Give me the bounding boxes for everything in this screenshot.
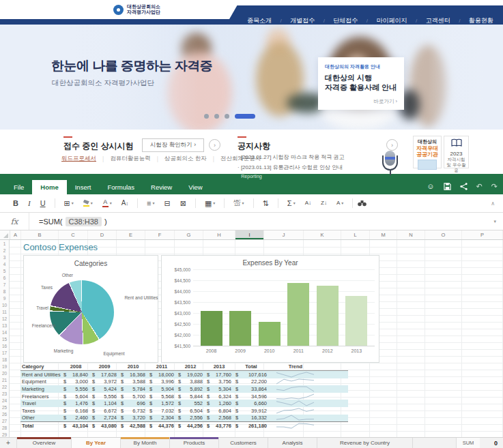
selected-range[interactable]: C38:H38 xyxy=(66,217,102,226)
row-header-27[interactable]: 27 xyxy=(0,417,9,424)
nav-item-2[interactable]: 개별접수 xyxy=(290,16,315,25)
alignment-button[interactable]: ≡▾ xyxy=(143,200,158,207)
column-header-F[interactable]: F xyxy=(145,230,175,239)
bar-2013[interactable] xyxy=(345,296,367,346)
save-icon[interactable] xyxy=(444,183,451,190)
table-row-other[interactable]: Other$2,460$2,724$3,720$2,304$2,556$2,56… xyxy=(20,415,348,422)
row-header-23[interactable]: 23 xyxy=(0,390,9,397)
categories-pie-chart[interactable] xyxy=(50,280,114,344)
row-header-24[interactable]: 24 xyxy=(0,397,9,404)
merge-cells-button[interactable]: ⊟ xyxy=(160,200,174,207)
font-size-button[interactable]: A↕ xyxy=(117,200,132,207)
check-exam-site-button[interactable]: 시험장 확인하기 › xyxy=(142,138,204,152)
select-all-corner[interactable] xyxy=(0,230,10,239)
column-header-C[interactable]: C xyxy=(59,230,88,239)
bar-chart-panel[interactable]: Expenses By Year $45,000$44,500$44,000$4… xyxy=(161,255,379,363)
hero-card-link[interactable]: 바로가기 › xyxy=(373,98,397,105)
nav-item-3[interactable]: 단체접수 xyxy=(333,16,358,25)
row-header-10[interactable]: 10 xyxy=(0,301,9,308)
column-header-M[interactable]: M xyxy=(370,230,397,239)
table-row-freelancers[interactable]: Freelancers$5,604$5,556$5,700$5,568$5,84… xyxy=(20,393,348,400)
bar-2008[interactable] xyxy=(201,311,222,346)
sort-filter-button[interactable]: A▾ xyxy=(332,200,347,206)
carousel-dot-active[interactable] xyxy=(235,114,255,119)
nav-item-5[interactable]: 고객센터 xyxy=(426,16,450,25)
spreadsheet-area[interactable]: 1234567891011121314151617181920212223242… xyxy=(0,240,503,437)
ribbon-tab-file[interactable]: File xyxy=(5,180,32,194)
row-header-12[interactable]: 12 xyxy=(0,315,9,322)
carousel-dot[interactable] xyxy=(204,114,209,119)
row-header-25[interactable]: 25 xyxy=(0,404,9,410)
portal-logo[interactable]: 대한상공회의소자격평가사업단 xyxy=(0,0,240,19)
column-header-H[interactable]: H xyxy=(203,230,235,239)
table-row-total[interactable]: Total$43,104$43,080$42,588$44,376$44,256… xyxy=(20,421,348,430)
sort-ascending-button[interactable]: A↓ xyxy=(301,200,315,206)
row-header-22[interactable]: 22 xyxy=(0,383,9,390)
column-header-N[interactable]: N xyxy=(397,230,425,239)
sheet-tab-by-month[interactable]: By Month xyxy=(121,438,170,448)
row-header-6[interactable]: 6 xyxy=(0,274,9,281)
row-header-9[interactable]: 9 xyxy=(0,295,9,301)
ribbon-tab-formulas[interactable]: Formulas xyxy=(99,180,143,194)
format-as-table-button[interactable]: ▦▾ xyxy=(201,200,219,207)
promo-card-public-org[interactable]: 대한상의 자격우대 공공기관 xyxy=(413,136,442,168)
share-icon[interactable] xyxy=(460,183,468,190)
number-format-button[interactable]: ABC123 ▾ xyxy=(229,200,248,207)
sheet-tab-by-year[interactable]: By Year xyxy=(72,438,121,448)
sort-descending-button[interactable]: Z↓ xyxy=(317,200,331,206)
nav-item-6[interactable]: 활용현황 xyxy=(469,16,493,25)
row-header-1[interactable]: 1 xyxy=(0,240,9,247)
fill-color-button[interactable]: ▾ xyxy=(79,200,97,207)
row-header-19[interactable]: 19 xyxy=(0,363,9,370)
exam-more-arrow-button[interactable]: › xyxy=(209,139,220,151)
bar-2012[interactable] xyxy=(317,286,339,346)
sheet-tab-products[interactable]: Products xyxy=(170,438,219,448)
column-header-J[interactable]: J xyxy=(264,230,304,239)
ribbon-tab-home[interactable]: Home xyxy=(32,180,66,194)
sheet-tab-overview[interactable]: Overview xyxy=(17,438,72,448)
bar-2010[interactable] xyxy=(259,322,281,346)
italic-button[interactable]: I xyxy=(24,200,35,207)
row-header-15[interactable]: 15 xyxy=(0,335,9,342)
row-header-29[interactable]: 29 xyxy=(0,431,9,437)
bar-2011[interactable] xyxy=(287,283,309,346)
row-header-13[interactable]: 13 xyxy=(0,322,9,329)
row-header-14[interactable]: 14 xyxy=(0,329,9,335)
nav-item-4[interactable]: 마이페이지 xyxy=(377,16,407,25)
find-binoculars-icon[interactable] xyxy=(358,200,367,207)
ribbon-tab-insert[interactable]: Insert xyxy=(67,180,100,194)
column-header-K[interactable]: K xyxy=(304,230,341,239)
exam-link-2[interactable]: 컴퓨터활용능력 xyxy=(110,155,151,163)
row-header-11[interactable]: 11 xyxy=(0,308,9,315)
row-header-18[interactable]: 18 xyxy=(0,356,9,363)
row-header-21[interactable]: 21 xyxy=(0,376,9,383)
collapse-toolbar-icon[interactable]: ∧ xyxy=(491,200,495,207)
column-header-L[interactable]: L xyxy=(341,230,370,239)
row-header-2[interactable]: 2 xyxy=(0,247,9,254)
nav-item-1[interactable]: 종목소개 xyxy=(247,16,272,25)
row-header-4[interactable]: 4 xyxy=(0,260,9,267)
row-header-7[interactable]: 7 xyxy=(0,281,9,288)
pie-chart-panel[interactable]: Categories Rent and UtilitiesEquipmentMa… xyxy=(23,255,158,363)
undo-icon[interactable]: ↶ xyxy=(476,183,483,190)
redo-icon[interactable]: ↷ xyxy=(491,183,498,190)
row-header-20[interactable]: 20 xyxy=(0,370,9,376)
row-header-17[interactable]: 17 xyxy=(0,349,9,356)
column-header-I[interactable]: I xyxy=(235,230,264,239)
hero-notice-card[interactable]: 대한상의의 자격활용 안내 대한상의 시행 자격증 활용사례 안내 바로가기 › xyxy=(318,57,404,110)
ribbon-tab-review[interactable]: Review xyxy=(143,180,180,194)
table-row-equipment[interactable]: Equipment$3,000$3,972$3,588$3,996$3,888$… xyxy=(20,378,348,386)
borders-button[interactable]: ⊞▾ xyxy=(60,200,78,207)
notice-item-2[interactable]: · [2023.01.13] 유통관리사 수험료 인상 안내 xyxy=(238,163,344,173)
bold-button[interactable]: B xyxy=(9,200,23,207)
column-header-E[interactable]: E xyxy=(117,230,145,239)
insert-cells-button[interactable]: ⇅ xyxy=(259,200,273,207)
status-aggregate-mode[interactable]: SUM xyxy=(456,438,480,448)
table-row-travel[interactable]: Travel$1,476$1,104$696$1,572$552$1,260$6… xyxy=(20,400,348,407)
ribbon-tab-view[interactable]: View xyxy=(180,180,210,194)
row-header-26[interactable]: 26 xyxy=(0,410,9,417)
formula-input[interactable]: =SUM( C38:H38 ) xyxy=(39,217,107,226)
sheet-tab-analysis[interactable]: Analysis xyxy=(268,438,317,448)
workbook-title[interactable]: Reporting xyxy=(0,174,503,179)
table-row-marketing[interactable]: Marketing$5,556$5,424$5,784$5,904$5,892$… xyxy=(20,385,348,393)
